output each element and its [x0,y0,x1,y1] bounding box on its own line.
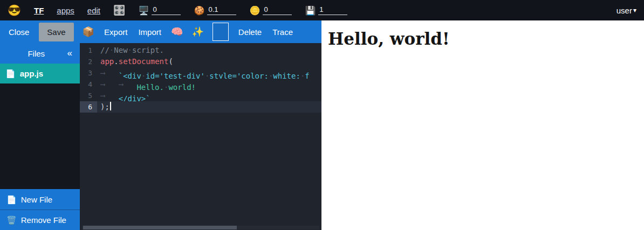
files-title: Files [8,49,65,58]
export-button[interactable]: Export [103,23,128,41]
code-line[interactable]: ⟶⟶Hello,·world! [97,79,321,90]
file-item-appjs[interactable]: 📄 app.js [0,64,80,83]
file-sidebar: Files « 📄 app.js 📄 New File 🗑️ Remove Fi… [0,43,80,230]
remove-file-label: Remove File [21,215,66,225]
nav-link-apps[interactable]: apps [57,6,74,15]
code-token: // [100,46,109,54]
code-token: New [114,46,127,54]
code-line[interactable]: ); [97,101,321,113]
gutter-line-number: 3 [80,67,97,79]
nav-link-edit[interactable]: edit [87,6,100,15]
code-token: id='test-div' [146,72,205,79]
editor-lines[interactable]: //·New·script.app.setDocument(⟶`<div·id=… [97,45,321,230]
code-token: Hello, [136,83,164,90]
horizontal-scrollbar[interactable] [82,226,319,229]
gutter-line-number: 6 [80,101,97,113]
editor-body: 123456 //·New·script.app.setDocument(⟶`<… [80,43,321,230]
horizontal-scrollbar-thumb[interactable] [83,226,237,229]
logo-emoji-icon[interactable]: 😎 [8,5,21,16]
package-icon[interactable]: 📦 [83,24,94,40]
code-token: script. [132,46,164,54]
coin-icon: 🪙 [249,6,260,15]
gutter-line-number: 4 [80,79,97,90]
stat-coin-value: 0 [263,5,292,15]
text-cursor [110,102,111,110]
delete-button[interactable]: Delete [237,23,263,41]
code-token: f [305,72,309,79]
code-line[interactable]: ⟶</div>` [97,90,321,101]
code-token: `<div [119,72,141,79]
gutter-line-number: 5 [80,90,97,101]
close-button[interactable]: Close [8,23,30,41]
code-token: </div>` [119,94,150,101]
code-token: world! [168,83,196,90]
code-token: . [114,57,118,66]
save-button[interactable]: Save [39,23,73,41]
top-bar: 😎 TF apps edit 🎛️ 🖥️ 0 🍪 0.1 🪙 0 💾 1 use… [0,0,644,20]
user-menu-label: user [616,6,632,15]
editor-gutter: 123456 [80,45,97,230]
remove-file-icon: 🗑️ [6,216,17,224]
code-line[interactable]: //·New·script. [97,45,321,56]
sidebar-actions: 📄 New File 🗑️ Remove File [0,189,80,230]
code-token: ( [168,57,173,66]
new-file-button[interactable]: 📄 New File [0,189,80,210]
code-token: · [128,46,132,54]
app-window: 😎 TF apps edit 🎛️ 🖥️ 0 🍪 0.1 🪙 0 💾 1 use… [0,0,644,230]
app-icon[interactable]: 🎛️ [113,5,125,15]
monitor-icon: 🖥️ [138,6,149,15]
tab-whitespace-marker: ⟶ [100,79,119,90]
code-token: app [100,57,114,66]
user-menu[interactable]: user ▾ [616,6,636,15]
file-name: app.js [20,69,43,78]
tab-whitespace-marker: ⟶ [100,90,119,101]
cookie-icon: 🍪 [194,6,204,15]
code-token: style='color: [209,72,269,79]
empty-icon-slot-button[interactable] [213,23,229,41]
files-header: Files « [0,43,80,64]
code-line[interactable]: ⟶`<div·id='test-div'·style='color:·white… [97,67,321,79]
editor-toolbar: Close Save 📦 Export Import 🧠 ✨ Delete Tr… [0,20,321,43]
output-heading: Hello, world! [328,30,640,49]
code-token: setDocument [119,57,169,66]
tab-whitespace-marker: ⟶ [100,67,119,79]
floppy-disk-icon: 💾 [305,6,316,15]
stat-coin: 🪙 0 [249,5,292,15]
trace-button[interactable]: Trace [271,23,294,41]
import-button[interactable]: Import [137,23,162,41]
stat-cookie-value: 0.1 [207,5,236,15]
stat-disk-value: 1 [318,5,347,15]
code-line[interactable]: app.setDocument( [97,56,321,67]
sparkles-icon[interactable]: ✨ [191,24,203,40]
code-editor[interactable]: 123456 //·New·script.app.setDocument(⟶`<… [80,43,321,230]
file-page-icon: 📄 [5,69,16,78]
stat-disk: 💾 1 [305,5,347,15]
stat-monitor: 🖥️ 0 [138,5,181,15]
nav-link-tf[interactable]: TF [34,6,44,15]
output-panel: Hello, world! [321,20,644,230]
gutter-line-number: 2 [80,56,97,67]
brain-icon[interactable]: 🧠 [171,24,183,40]
collapse-sidebar-button[interactable]: « [65,48,74,59]
caret-down-icon: ▾ [633,6,636,14]
stat-cookie: 🍪 0.1 [194,5,236,15]
stat-monitor-value: 0 [152,5,181,15]
code-token: ); [100,102,109,111]
remove-file-button[interactable]: 🗑️ Remove File [0,210,80,230]
tab-whitespace-marker: ⟶ [119,79,137,90]
gutter-line-number: 1 [80,45,97,56]
new-file-icon: 📄 [6,196,17,204]
code-token: white; [273,72,300,79]
new-file-label: New File [21,195,52,204]
